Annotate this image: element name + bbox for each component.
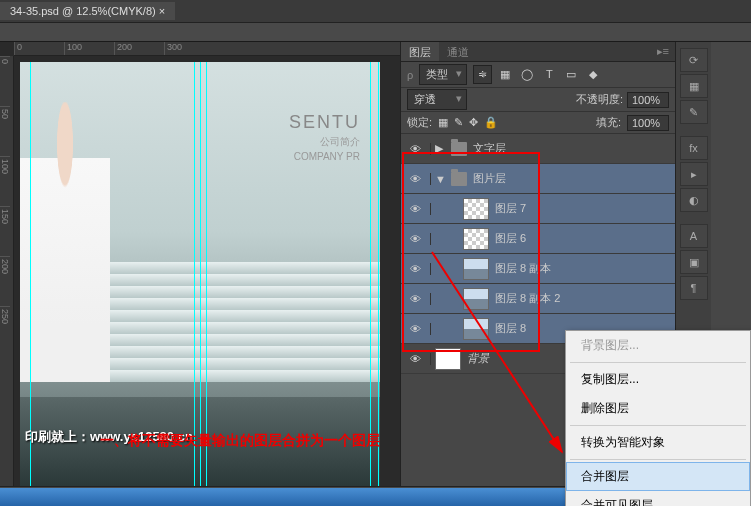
opacity-input[interactable]: 100% <box>627 92 669 108</box>
canvas-area: 0100200300 050100150200250 SENTU 公司简介 CO… <box>0 42 400 486</box>
filter-shape-icon[interactable]: ▭ <box>564 68 578 81</box>
layer-name[interactable]: 图片层 <box>473 171 506 186</box>
menu-item: 背景图层... <box>566 331 750 360</box>
expand-icon[interactable]: ▼ <box>435 173 445 185</box>
layer-name[interactable]: 文字层 <box>473 141 506 156</box>
visibility-icon[interactable]: 👁 <box>401 323 431 335</box>
visibility-icon[interactable]: 👁 <box>401 203 431 215</box>
canvas-sub2: COMPANY PR <box>289 151 360 162</box>
canvas[interactable]: SENTU 公司简介 COMPANY PR <box>20 62 380 486</box>
layer-thumbnail[interactable] <box>463 288 489 310</box>
menu-item[interactable]: 合并图层 <box>566 462 750 491</box>
layer-thumbnail[interactable] <box>463 228 489 250</box>
context-menu: 背景图层...复制图层...删除图层转换为智能对象合并图层合并可见图层拼合图像 <box>565 330 751 506</box>
lock-label: 锁定: <box>407 115 432 130</box>
expand-icon[interactable]: ▶ <box>435 142 445 155</box>
tool-adjust-icon[interactable]: ◐ <box>680 188 708 212</box>
lock-all-icon[interactable]: 🔒 <box>484 116 498 129</box>
folder-icon <box>451 142 467 156</box>
menu-item[interactable]: 复制图层... <box>566 365 750 394</box>
layer-name[interactable]: 背景 <box>467 351 489 366</box>
tool-para-icon[interactable]: ¶ <box>680 276 708 300</box>
layer-row[interactable]: 👁图层 8 副本 <box>401 254 675 284</box>
layer-name[interactable]: 图层 8 副本 2 <box>495 291 560 306</box>
tool-actions-icon[interactable]: ▸ <box>680 162 708 186</box>
layer-row[interactable]: 👁图层 6 <box>401 224 675 254</box>
tool-brush-icon[interactable]: ✎ <box>680 100 708 124</box>
annotation-text: 一、将不需要矢量输出的图层合拼为一个图层 <box>100 432 380 450</box>
menu-item[interactable]: 删除图层 <box>566 394 750 423</box>
document-tab[interactable]: 34-35.psd @ 12.5%(CMYK/8) × <box>0 2 175 20</box>
menu-item[interactable]: 合并可见图层 <box>566 491 750 506</box>
ruler-vertical[interactable]: 050100150200250 <box>0 56 14 486</box>
document-tabs: 34-35.psd @ 12.5%(CMYK/8) × <box>0 0 751 22</box>
fill-input[interactable]: 100% <box>627 115 669 131</box>
tool-history-icon[interactable]: ⟳ <box>680 48 708 72</box>
tool-char-icon[interactable]: A <box>680 224 708 248</box>
tab-layers[interactable]: 图层 <box>401 42 439 61</box>
options-bar <box>0 22 751 42</box>
layer-thumbnail[interactable] <box>435 348 461 370</box>
visibility-icon[interactable]: 👁 <box>401 173 431 185</box>
layer-thumbnail[interactable] <box>463 198 489 220</box>
menu-item[interactable]: 转换为智能对象 <box>566 428 750 457</box>
layer-kind-dropdown[interactable]: 类型 <box>419 64 467 85</box>
visibility-icon[interactable]: 👁 <box>401 233 431 245</box>
layer-name[interactable]: 图层 8 副本 <box>495 261 551 276</box>
layer-thumbnail[interactable] <box>463 318 489 340</box>
layer-name[interactable]: 图层 7 <box>495 201 526 216</box>
layer-thumbnail[interactable] <box>463 258 489 280</box>
tool-swatches-icon[interactable]: ▦ <box>680 74 708 98</box>
fill-label: 填充: <box>596 115 621 130</box>
layer-row[interactable]: 👁图层 8 副本 2 <box>401 284 675 314</box>
filter-dropdown-icon[interactable]: ≑ <box>473 65 492 84</box>
tool-styles-icon[interactable]: fx <box>680 136 708 160</box>
lock-trans-icon[interactable]: ▦ <box>438 116 448 129</box>
lock-pixel-icon[interactable]: ✎ <box>454 116 463 129</box>
layer-row[interactable]: 👁▶文字层 <box>401 134 675 164</box>
visibility-icon[interactable]: 👁 <box>401 263 431 275</box>
blend-mode-dropdown[interactable]: 穿透 <box>407 89 467 110</box>
layer-row[interactable]: 👁▼图片层 <box>401 164 675 194</box>
opacity-label: 不透明度: <box>576 92 623 107</box>
canvas-sub1: 公司简介 <box>289 135 360 149</box>
folder-icon <box>451 172 467 186</box>
filter-smart-icon[interactable]: ◆ <box>586 68 600 81</box>
visibility-icon[interactable]: 👁 <box>401 353 431 365</box>
filter-type-icon[interactable]: T <box>542 68 556 81</box>
panel-menu-icon[interactable]: ▸≡ <box>651 42 675 61</box>
filter-adjust-icon[interactable]: ◯ <box>520 68 534 81</box>
visibility-icon[interactable]: 👁 <box>401 143 431 155</box>
tab-channels[interactable]: 通道 <box>439 42 477 61</box>
lock-pos-icon[interactable]: ✥ <box>469 116 478 129</box>
filter-pixel-icon[interactable]: ▦ <box>498 68 512 81</box>
visibility-icon[interactable]: 👁 <box>401 293 431 305</box>
layer-row[interactable]: 👁图层 7 <box>401 194 675 224</box>
ruler-horizontal[interactable]: 0100200300 <box>14 42 400 56</box>
tool-3d-icon[interactable]: ▣ <box>680 250 708 274</box>
layer-name[interactable]: 图层 6 <box>495 231 526 246</box>
layer-name[interactable]: 图层 8 <box>495 321 526 336</box>
canvas-heading: SENTU <box>289 112 360 133</box>
